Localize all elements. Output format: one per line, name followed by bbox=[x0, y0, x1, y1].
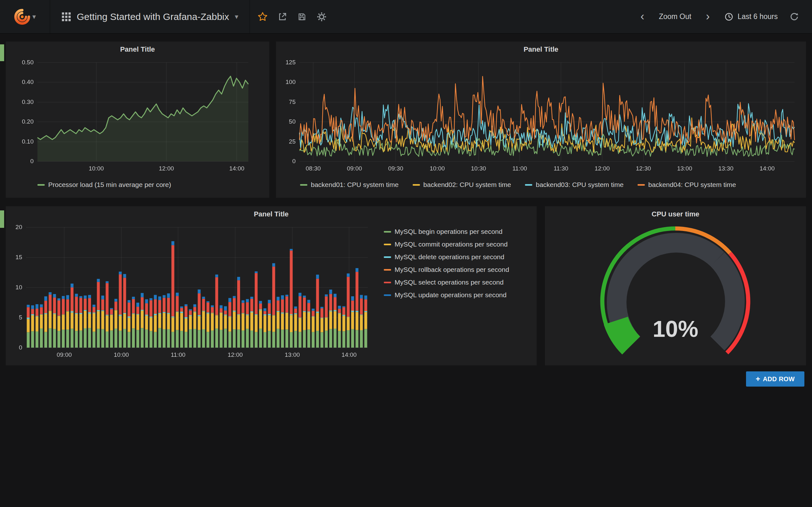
legend-color-dash bbox=[384, 294, 391, 296]
legend-label: backend04: CPU system time bbox=[648, 181, 736, 188]
grafana-logo-icon bbox=[14, 9, 31, 25]
cpu-system-time-graph-canvas[interactable] bbox=[281, 59, 801, 177]
gauge-value: 10% bbox=[545, 316, 806, 342]
legend-item[interactable]: MySQL begin operations per second bbox=[384, 228, 533, 235]
legend-color-dash bbox=[384, 282, 391, 283]
settings-gear-icon bbox=[316, 12, 327, 22]
panel-processor-load: Panel Title Processor load (15 min avera… bbox=[6, 42, 269, 198]
legend-item[interactable]: backend04: CPU system time bbox=[638, 181, 736, 188]
share-button[interactable] bbox=[274, 9, 291, 25]
legend-label: backend03: CPU system time bbox=[536, 181, 623, 188]
time-controls: ‹ Zoom Out › Last 6 hours bbox=[634, 9, 812, 25]
panel-title[interactable]: Panel Title bbox=[6, 210, 537, 218]
legend-color-dash bbox=[384, 257, 391, 258]
grafana-menu-button[interactable]: ▾ bbox=[0, 0, 50, 33]
navbar: ▾ Getting Started with Grafana-Zabbix ▾ bbox=[0, 0, 812, 34]
legend-label: backend01: CPU system time bbox=[311, 181, 399, 188]
mysql-operations-graph-canvas[interactable] bbox=[11, 223, 372, 363]
panel-mysql-operations: Panel Title MySQL begin operations per s… bbox=[6, 206, 537, 365]
refresh-icon bbox=[790, 12, 799, 21]
chevron-right-icon: › bbox=[706, 12, 710, 21]
dashboard-title: Getting Started with Grafana-Zabbix bbox=[77, 11, 229, 22]
legend-color-dash bbox=[38, 184, 45, 186]
grafana-dashboard: ▾ Getting Started with Grafana-Zabbix ▾ bbox=[0, 0, 812, 507]
panel-cpu-user-time: CPU user time 10% bbox=[545, 206, 806, 365]
legend-color-dash bbox=[384, 231, 391, 233]
legend: backend01: CPU system timebackend02: CPU… bbox=[300, 181, 736, 188]
save-icon bbox=[297, 12, 307, 21]
legend: Processor load (15 min average per core) bbox=[38, 181, 171, 188]
legend-color-dash bbox=[413, 184, 420, 186]
legend-label: MySQL commit operations per second bbox=[395, 240, 507, 248]
time-back-button[interactable]: ‹ bbox=[634, 9, 651, 25]
add-row-button[interactable]: + ADD ROW bbox=[746, 372, 804, 387]
legend: MySQL begin operations per secondMySQL c… bbox=[384, 228, 533, 299]
clock-icon bbox=[724, 12, 734, 21]
share-icon bbox=[277, 12, 287, 22]
legend-color-dash bbox=[300, 184, 307, 186]
panel-cpu-system-time: Panel Title backend01: CPU system timeba… bbox=[276, 42, 806, 198]
star-icon bbox=[257, 11, 268, 22]
legend-item[interactable]: MySQL delete operations per second bbox=[384, 253, 533, 261]
legend-color-dash bbox=[638, 184, 645, 186]
caret-down-icon: ▾ bbox=[235, 13, 238, 20]
dashboard-grid-icon bbox=[61, 12, 71, 21]
star-button[interactable] bbox=[254, 9, 271, 25]
legend-item[interactable]: backend01: CPU system time bbox=[300, 181, 399, 188]
cpu-system-time-graph[interactable] bbox=[281, 59, 801, 177]
legend-label: Processor load (15 min average per core) bbox=[48, 181, 171, 188]
plus-icon: + bbox=[756, 375, 760, 383]
legend-color-dash bbox=[384, 244, 391, 245]
dashboard-title-button[interactable]: Getting Started with Grafana-Zabbix ▾ bbox=[50, 0, 250, 33]
legend-label: MySQL select operations per second bbox=[395, 279, 504, 286]
processor-load-graph-canvas[interactable] bbox=[11, 59, 264, 177]
settings-button[interactable] bbox=[313, 9, 330, 25]
legend-label: MySQL delete operations per second bbox=[395, 253, 504, 261]
legend-item[interactable]: MySQL update operations per second bbox=[384, 291, 533, 299]
legend-item[interactable]: MySQL select operations per second bbox=[384, 279, 533, 286]
time-range-label: Last 6 hours bbox=[738, 12, 778, 21]
legend-label: MySQL update operations per second bbox=[395, 291, 507, 299]
panel-title[interactable]: Panel Title bbox=[6, 45, 269, 54]
caret-down-icon: ▾ bbox=[32, 13, 36, 20]
panel-title[interactable]: Panel Title bbox=[276, 45, 806, 54]
add-row-label: ADD ROW bbox=[763, 376, 795, 383]
time-forward-button[interactable]: › bbox=[699, 9, 716, 25]
legend-item[interactable]: MySQL rollback operations per second bbox=[384, 266, 533, 274]
panel-title[interactable]: CPU user time bbox=[545, 210, 806, 218]
row-menu-handle[interactable] bbox=[0, 44, 4, 61]
legend-label: backend02: CPU system time bbox=[423, 181, 511, 188]
legend-item[interactable]: backend03: CPU system time bbox=[525, 181, 623, 188]
refresh-button[interactable] bbox=[786, 9, 803, 25]
cpu-user-time-gauge bbox=[593, 219, 758, 365]
time-range-picker[interactable]: Last 6 hours bbox=[724, 12, 778, 21]
legend-label: MySQL rollback operations per second bbox=[395, 266, 509, 274]
legend-item[interactable]: backend02: CPU system time bbox=[413, 181, 511, 188]
legend-color-dash bbox=[384, 269, 391, 271]
legend-item[interactable]: MySQL commit operations per second bbox=[384, 240, 533, 248]
mysql-operations-graph[interactable] bbox=[11, 223, 372, 363]
legend-item[interactable]: Processor load (15 min average per core) bbox=[38, 181, 171, 188]
save-button[interactable] bbox=[294, 9, 310, 25]
chevron-left-icon: ‹ bbox=[641, 12, 644, 21]
dashboard-actions bbox=[250, 0, 334, 33]
row-menu-handle[interactable] bbox=[0, 210, 4, 228]
zoom-out-button[interactable]: Zoom Out bbox=[659, 12, 691, 21]
processor-load-graph[interactable] bbox=[11, 59, 264, 177]
legend-label: MySQL begin operations per second bbox=[395, 228, 502, 235]
legend-color-dash bbox=[525, 184, 532, 186]
